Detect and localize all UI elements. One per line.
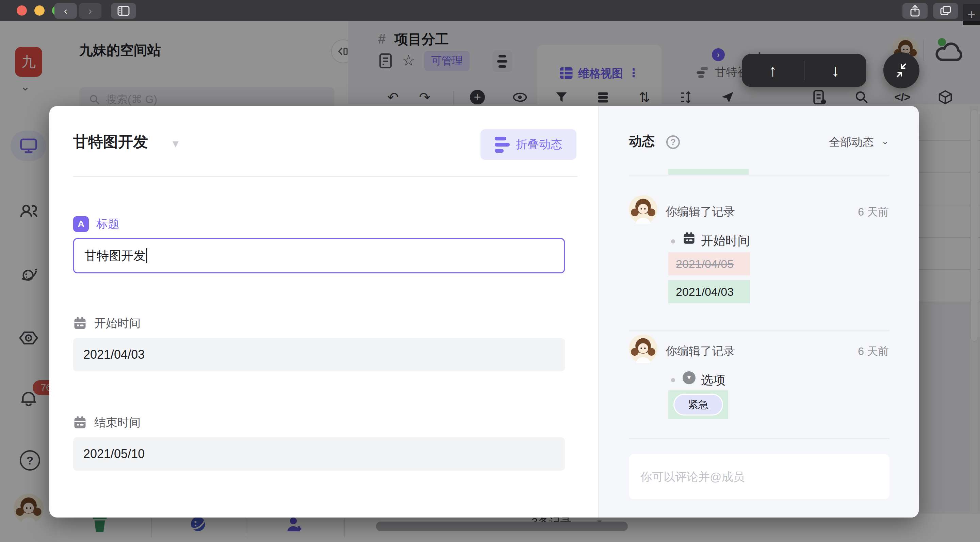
sidebar-toggle-button[interactable]: [111, 3, 136, 19]
activity-filter-dropdown[interactable]: 全部动态: [829, 135, 874, 150]
activity-time: 6 天前: [858, 344, 889, 359]
collapse-activity-button[interactable]: 折叠动态: [480, 129, 576, 160]
copy-tabs-button[interactable]: [933, 3, 958, 19]
activity-title: 动态: [629, 133, 655, 150]
bullet-dot: [671, 239, 675, 244]
end-date-cell[interactable]: 2021/05/10: [73, 437, 565, 471]
activity-entry-avatar: [629, 195, 657, 224]
macos-titlebar: ‹ › +: [0, 0, 980, 21]
record-detail-modal: 甘特图开发 ▼ 折叠动态 A 标题 甘特图开发 开始时间 2021/04/03 …: [49, 106, 919, 518]
record-nav-pill: ↑ ↓: [742, 54, 866, 87]
collapse-activity-icon: [495, 134, 510, 155]
share-button[interactable]: [902, 3, 928, 19]
browser-forward-button[interactable]: ›: [79, 3, 102, 19]
new-value-chip: 2021/04/03: [668, 280, 750, 303]
share-icon: [910, 5, 920, 17]
modal-divider: [73, 176, 578, 177]
field-label-title: A 标题: [73, 216, 119, 232]
activity-divider: [629, 175, 889, 176]
previous-record-button[interactable]: ↑: [742, 61, 804, 80]
activity-field-name: 选项: [701, 372, 725, 389]
bullet-dot: [671, 378, 675, 382]
start-date-cell[interactable]: 2021/04/03: [73, 338, 565, 371]
activity-action: 你编辑了记录: [666, 344, 735, 359]
text-field-icon: A: [73, 216, 89, 232]
plus-icon: +: [967, 7, 975, 22]
title-input[interactable]: 甘特图开发: [73, 238, 565, 273]
field-label-end-date: 结束时间: [73, 415, 140, 431]
sidebar-toggle-icon: [118, 6, 130, 16]
field-label-start-date: 开始时间: [73, 315, 140, 331]
option-tag: 紧急: [673, 394, 723, 415]
select-field-icon: ▼: [682, 371, 695, 384]
chevron-left-icon: ‹: [64, 5, 67, 17]
window-close-button[interactable]: [17, 5, 27, 16]
help-icon[interactable]: ?: [666, 135, 680, 149]
comment-input[interactable]: [629, 454, 889, 499]
activity-panel: 动态 ? 全部动态 ⌄ 你编辑了记录 6 天前 开始时间 2021/04/05 …: [598, 106, 919, 518]
activity-action: 你编辑了记录: [666, 204, 735, 220]
collapse-record-button[interactable]: [883, 52, 920, 89]
chevron-down-icon[interactable]: ⌄: [881, 136, 889, 147]
record-title: 甘特图开发: [73, 132, 148, 152]
copy-icon: [940, 5, 951, 16]
activity-time: 6 天前: [858, 205, 889, 220]
browser-back-button[interactable]: ‹: [54, 3, 77, 19]
activity-entry-avatar: [629, 334, 657, 363]
old-value-chip: 2021/04/05: [668, 252, 750, 276]
next-record-button[interactable]: ↓: [804, 61, 866, 80]
calendar-icon: [682, 232, 695, 245]
text-cursor: [146, 248, 147, 263]
record-title-caret-icon[interactable]: ▼: [170, 138, 181, 150]
window-minimize-button[interactable]: [34, 5, 45, 16]
new-value-chip: 紧急: [668, 390, 728, 419]
chevron-right-icon: ›: [89, 5, 92, 17]
collapse-arrows-icon: [892, 62, 910, 79]
activity-cutoff-value: [668, 169, 749, 176]
activity-divider: [629, 438, 889, 439]
calendar-icon: [73, 416, 87, 429]
activity-field-name: 开始时间: [701, 233, 750, 249]
activity-divider: [629, 330, 889, 331]
calendar-icon: [73, 317, 87, 330]
